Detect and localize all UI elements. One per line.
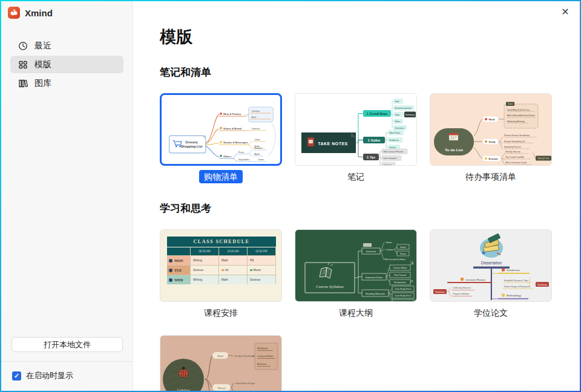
schedule-time: 10:00 AM (219, 247, 247, 255)
svg-text:Notes: Notes (395, 120, 401, 123)
show-on-startup-label: 在启动时显示 (26, 370, 73, 381)
svg-text:Chicken: Chicken (251, 110, 260, 113)
close-icon[interactable]: ✕ (559, 5, 572, 19)
svg-text:Thorax: Thorax (217, 387, 225, 390)
svg-text:To-do List: To-do List (445, 148, 462, 152)
svg-text:Case Study Part 2: Case Study Part 2 (395, 295, 412, 297)
svg-text:Propose Solution: Propose Solution (453, 293, 469, 295)
schedule-time: 08:30 AM (191, 247, 218, 255)
svg-text:Ladybug: Ladybug (177, 388, 190, 391)
template-card-course-syllabus[interactable]: Course Syllabus Instructor Name Contact … (295, 229, 417, 321)
open-local-file-button[interactable]: 打开本地文件 (11, 337, 123, 352)
ladybug-thumbnail[interactable]: Ladybug Head On Top Of Its Pronotum Mout… (160, 335, 282, 391)
svg-text:Email: Email (401, 246, 406, 249)
page-title: 模版 (160, 25, 580, 48)
template-label[interactable]: 笔记 (347, 172, 364, 181)
todo-list-thumbnail[interactable]: To-do List Work Done Send Blog Draft To … (430, 93, 552, 166)
schedule-title: CLASS SCHEDULE (167, 237, 276, 247)
svg-text:Define Scope of Research: Define Scope of Research (504, 286, 530, 288)
schedule-time: 02:00 PM (248, 247, 275, 255)
svg-text:Review Korean Vocabulary: Review Korean Vocabulary (504, 134, 530, 137)
svg-text:Important Dates: Important Dates (366, 276, 382, 279)
sidebar-item-templates[interactable]: 模版 (10, 56, 123, 73)
svg-text:Details: Details (390, 146, 396, 149)
schedule-cell: Music (248, 266, 275, 275)
svg-text:Grains & Bread: Grains & Bread (223, 127, 242, 130)
xmind-launcher-window: Xmind 最近 模版 图库 打开本地 (1, 1, 580, 391)
art-dot-icon (222, 269, 224, 272)
svg-text:Topic: Topic (395, 114, 400, 116)
svg-text:Weekly To-do: Weekly To-do (537, 157, 549, 160)
sidebar-bottom: 打开本地文件 ✓ 在启动时显示 (1, 337, 133, 391)
class-schedule-thumbnail[interactable]: CLASS SCHEDULE 08:30 AM 10:00 AM 02:00 P… (160, 229, 282, 302)
dissertation-thumbnail[interactable]: Dissertation Literature Review Collectin… (430, 229, 552, 302)
svg-text:Instructor: Instructor (366, 250, 376, 253)
svg-text:Three Pairs Of Legs: Three Pairs Of Legs (235, 382, 255, 385)
svg-text:Classes Begin: Classes Begin (393, 267, 407, 269)
sidebar-nav: 最近 模版 图库 (1, 28, 133, 92)
svg-text:Course Syllabus: Course Syllabus (316, 284, 344, 289)
template-label[interactable]: 待办事项清单 (465, 172, 516, 181)
section-heading-study-thinking: 学习和思考 (160, 202, 580, 215)
notes-thumbnail[interactable]: TAKE NOTES 1. Cornell Notes Date Essenti… (295, 93, 417, 166)
template-card-class-schedule[interactable]: CLASS SCHEDULE 08:30 AM 10:00 AM 02:00 P… (160, 229, 282, 321)
svg-text:Organize: Organize (384, 164, 392, 166)
template-card-dissertation[interactable]: Dissertation Literature Review Collectin… (430, 229, 552, 321)
clock-icon (18, 41, 28, 51)
schedule-day: WED (174, 278, 183, 282)
svg-text:Evidences: Evidences (390, 139, 399, 142)
svg-text:Examination: Examination (394, 281, 405, 284)
template-card-ladybug[interactable]: Ladybug Head On Top Of Its Pronotum Mout… (160, 335, 282, 391)
template-label[interactable]: 学位论文 (474, 308, 508, 318)
template-card-notes[interactable]: TAKE NOTES 1. Cornell Notes Date Essenti… (295, 93, 417, 185)
svg-text:3. Tips: 3. Tips (367, 156, 376, 159)
svg-text:Compound Eyes: Compound Eyes (257, 355, 274, 358)
schedule-cell: Science (191, 266, 218, 275)
shopping-list-thumbnail[interactable]: Grocery Shopping List Meat & Poultry Chi… (160, 93, 282, 166)
svg-text:Onion: Onion (258, 158, 264, 161)
svg-text:Errands: Errands (489, 157, 499, 160)
svg-text:1. Cornell Notes: 1. Cornell Notes (367, 113, 388, 116)
svg-text:Essential question: Essential question (395, 107, 412, 109)
svg-text:Contact: Contact (386, 249, 393, 251)
svg-text:Literature Review: Literature Review (465, 278, 486, 281)
svg-text:Methodology: Methodology (507, 294, 522, 297)
sidebar: Xmind 最近 模版 图库 打开本地 (1, 1, 133, 391)
template-label[interactable]: 课程安排 (204, 308, 238, 318)
cards-row-3: Ladybug Head On Top Of Its Pronotum Mout… (160, 335, 580, 391)
schedule-cell: Math (219, 256, 247, 265)
schedule-cell: PE (248, 256, 275, 265)
svg-text:Chips: Chips (254, 139, 260, 141)
app-logo-row: Xmind (1, 1, 133, 28)
show-on-startup-checkbox[interactable]: ✓ (12, 371, 21, 381)
template-label[interactable]: 课程大纲 (339, 308, 373, 318)
course-syllabus-thumbnail[interactable]: Course Syllabus Instructor Name Contact … (295, 229, 417, 302)
schedule-day: TUE (174, 269, 182, 272)
template-label-selected[interactable]: 购物清单 (199, 170, 243, 183)
svg-text:Bob's Memo And Send Demo: Bob's Memo And Send Demo (507, 114, 535, 117)
svg-text:Beef: Beef (251, 116, 257, 119)
schedule-cell: Writing (191, 275, 218, 284)
xmind-logo-icon (8, 7, 20, 19)
svg-text:Write Christmas Cards: Write Christmas Cards (505, 162, 527, 164)
svg-text:Reading Materials: Reading Materials (366, 292, 385, 295)
templates-grid-icon (18, 60, 28, 70)
template-card-todo-list[interactable]: To-do List Work Done Send Blog Draft To … (430, 93, 552, 185)
startup-row: ✓ 在启动时显示 (1, 362, 133, 391)
sidebar-item-gallery[interactable]: 图库 (10, 74, 123, 92)
svg-text:Marketing Meeting: Marketing Meeting (507, 120, 525, 123)
day-icon (169, 269, 172, 272)
cards-row-1: Grocery Shopping List Meat & Poultry Chi… (160, 93, 580, 185)
window-frame: Xmind 最近 模版 图库 打开本地 (0, 0, 581, 392)
svg-text:Shopping List: Shopping List (181, 145, 203, 148)
svg-text:Korean Vocabulary 10: Korean Vocabulary 10 (504, 140, 525, 143)
svg-text:Banana: Banana (254, 147, 263, 149)
svg-text:Fruits: Fruits (238, 151, 244, 154)
app-name: Xmind (25, 8, 53, 18)
svg-text:Mouthparts: Mouthparts (257, 347, 268, 350)
section-heading-notes-lists: 笔记和清单 (160, 66, 580, 79)
schedule-cell: Art (219, 266, 247, 275)
sidebar-item-recent[interactable]: 最近 (10, 37, 123, 54)
svg-text:Grocery: Grocery (185, 140, 197, 144)
template-card-shopping-list[interactable]: Grocery Shopping List Meat & Poultry Chi… (160, 93, 282, 185)
